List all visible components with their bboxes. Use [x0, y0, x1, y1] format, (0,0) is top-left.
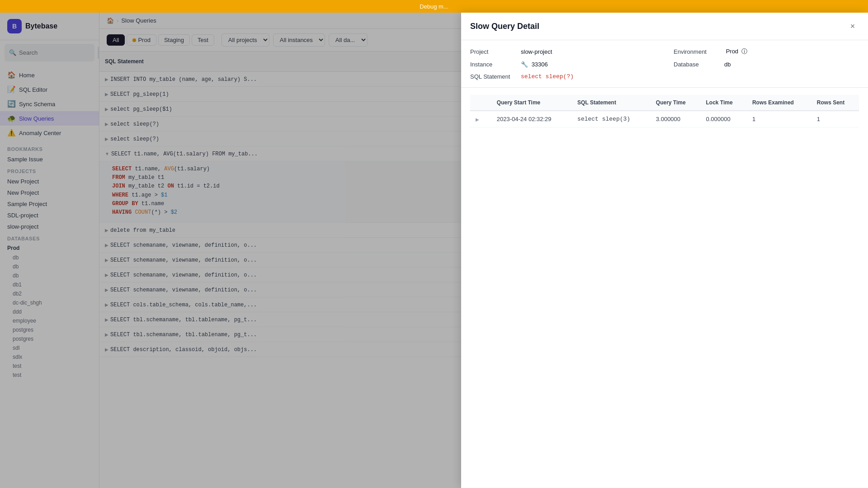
meta-sql-row: SQL Statement select sleep(?)	[470, 73, 859, 80]
col-query-time: Query Time	[651, 95, 701, 111]
environment-value: Prod ⓘ	[724, 47, 747, 56]
detail-table-container: Query Start Time SQL Statement Query Tim…	[461, 88, 868, 488]
col-rows-sent: Rows Sent	[811, 95, 859, 111]
rows-sent-cell: 1	[811, 111, 859, 127]
query-start-time-cell: 2023-04-24 02:32:29	[491, 111, 572, 127]
col-sql-statement: SQL Statement	[572, 95, 651, 111]
detail-results-table: Query Start Time SQL Statement Query Tim…	[470, 95, 859, 127]
database-value: db	[724, 61, 731, 68]
database-label: Database	[674, 61, 719, 68]
close-button[interactable]: ×	[846, 20, 859, 33]
col-query-start-time: Query Start Time	[491, 95, 572, 111]
debug-bar: Debug m...	[0, 0, 868, 13]
query-time-cell: 3.000000	[651, 111, 701, 127]
detail-title: Slow Query Detail	[470, 22, 539, 31]
instance-label: Instance	[470, 61, 515, 68]
project-label: Project	[470, 48, 515, 55]
row-expand-icon[interactable]: ▶	[476, 117, 479, 122]
col-rows-examined: Rows Examined	[747, 95, 811, 111]
sql-statement-value: select sleep(?)	[521, 73, 574, 80]
sql-statement-cell: select sleep(3)	[572, 111, 651, 127]
sql-statement-label: SQL Statement	[470, 73, 515, 80]
detail-table-row[interactable]: ▶ 2023-04-24 02:32:29 select sleep(3) 3.…	[470, 111, 859, 127]
environment-label: Environment	[674, 48, 719, 55]
meta-environment-row: Environment Prod ⓘ	[674, 47, 859, 56]
meta-project-row: Project slow-project	[470, 47, 656, 56]
project-value: slow-project	[521, 48, 552, 55]
col-expand	[470, 95, 491, 111]
instance-icon: 🔧	[521, 61, 528, 68]
detail-meta: Project slow-project Environment Prod ⓘ …	[461, 40, 868, 88]
instance-value: 🔧 33306	[521, 61, 548, 68]
detail-header: Slow Query Detail ×	[461, 13, 868, 40]
meta-instance-row: Instance 🔧 33306	[470, 61, 656, 68]
meta-database-row: Database db	[674, 61, 859, 68]
rows-examined-cell: 1	[747, 111, 811, 127]
col-lock-time: Lock Time	[700, 95, 746, 111]
slow-query-detail-panel: Slow Query Detail × Project slow-project…	[461, 13, 868, 488]
lock-time-cell: 0.000000	[700, 111, 746, 127]
